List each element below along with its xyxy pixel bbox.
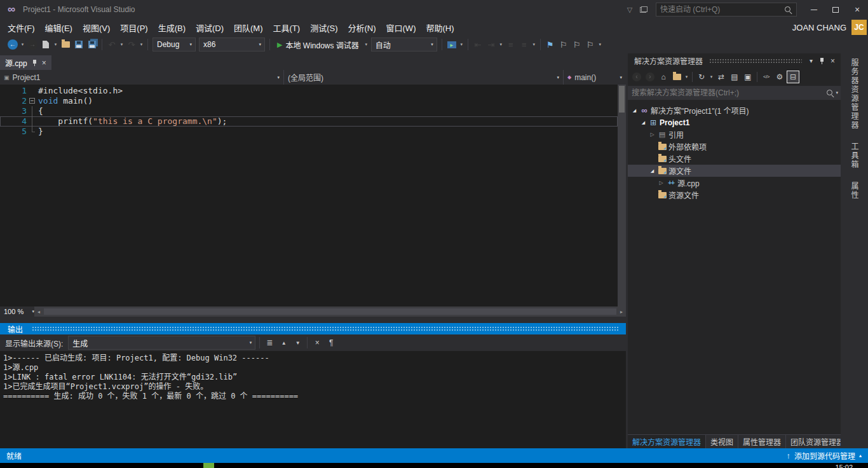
- tree-item[interactable]: 头文件: [628, 153, 841, 165]
- solution-platform-select[interactable]: x86▾: [199, 38, 265, 52]
- search-icon[interactable]: [784, 6, 792, 14]
- scroll-right-icon[interactable]: ▸: [617, 309, 626, 315]
- close-icon[interactable]: ×: [827, 55, 838, 66]
- tree-item[interactable]: ◢⊞Project1: [628, 116, 841, 128]
- show-all-files-icon[interactable]: ▤: [728, 71, 741, 83]
- toggle-bookmark-icon[interactable]: ⚑: [544, 37, 557, 52]
- menu-item[interactable]: 工具(T): [268, 20, 306, 36]
- solution-search-input[interactable]: [628, 88, 826, 97]
- comment-icon[interactable]: ≡: [505, 37, 517, 52]
- view-code-icon[interactable]: </>: [760, 71, 773, 83]
- uncomment-icon[interactable]: ≡: [518, 37, 531, 52]
- breakpoint-margin[interactable]: [0, 127, 10, 137]
- editor-horizontal-scrollbar[interactable]: ◂ ▸: [34, 306, 626, 317]
- expand-collapse-icon[interactable]: ▷: [657, 180, 665, 186]
- dropdown-caret-icon[interactable]: ▾: [20, 42, 25, 47]
- source-control-button[interactable]: ↑ 添加到源代码管理 ▴: [786, 450, 862, 461]
- code-line[interactable]: 2−void main(): [0, 96, 618, 106]
- panel-tab[interactable]: 属性管理器: [738, 435, 786, 448]
- close-button[interactable]: ×: [846, 0, 868, 19]
- tree-item[interactable]: 资源文件: [628, 189, 841, 201]
- document-tab[interactable]: 源.cpp ×: [0, 55, 51, 70]
- expand-collapse-icon[interactable]: ◢: [639, 120, 648, 125]
- tree-item[interactable]: ▷▤引用: [628, 128, 841, 141]
- quick-launch-box[interactable]: [656, 3, 797, 17]
- code-line[interactable]: 1#include<stdio.h>: [0, 86, 618, 96]
- properties-window-icon[interactable]: ▣: [742, 71, 754, 83]
- word-wrap-icon[interactable]: ¶: [324, 336, 338, 350]
- dropdown-caret-icon[interactable]: ▾: [709, 74, 714, 79]
- next-bookmark-icon[interactable]: ⚐: [571, 37, 583, 52]
- breakpoint-margin[interactable]: [0, 86, 10, 96]
- dropdown-caret-icon[interactable]: ▾: [684, 74, 689, 79]
- side-tab[interactable]: 工具箱: [849, 142, 860, 169]
- navigate-forward-icon[interactable]: ›: [644, 71, 656, 83]
- pin-icon[interactable]: [32, 59, 37, 67]
- side-tab[interactable]: 服务器资源管理器: [849, 59, 860, 130]
- breakpoint-margin[interactable]: [0, 96, 10, 106]
- goto-next-message-icon[interactable]: ▼: [290, 336, 304, 350]
- expand-collapse-icon[interactable]: ▷: [648, 132, 656, 137]
- output-panel-title[interactable]: 输出: [0, 323, 626, 334]
- menu-item[interactable]: 文件(F): [3, 20, 40, 36]
- attach-to-process-icon[interactable]: ▶: [445, 37, 458, 52]
- solution-explorer-title[interactable]: 解决方案资源管理器 ▾ ×: [628, 53, 841, 68]
- save-icon[interactable]: [72, 37, 85, 52]
- solution-configuration-select[interactable]: Debug▾: [153, 38, 196, 52]
- close-tab-icon[interactable]: ×: [42, 59, 46, 67]
- user-avatar[interactable]: JC: [851, 20, 867, 35]
- user-name[interactable]: JOAN CHANG: [792, 23, 846, 32]
- title-bar[interactable]: ∞ Project1 - Microsoft Visual Studio ▽ ─…: [0, 0, 868, 19]
- breakpoint-margin[interactable]: [0, 116, 10, 127]
- goto-previous-message-icon[interactable]: ▲: [276, 336, 290, 350]
- window-position-icon[interactable]: ▾: [806, 55, 817, 66]
- dropdown-caret-icon[interactable]: ▾: [531, 42, 537, 47]
- expand-collapse-icon[interactable]: ◢: [648, 169, 656, 174]
- scroll-left-icon[interactable]: ◂: [34, 309, 43, 315]
- navigate-forward-icon[interactable]: →: [26, 37, 39, 52]
- menu-item[interactable]: 编辑(E): [40, 20, 78, 36]
- start-debug-button[interactable]: ▶本地 Windows 调试器: [273, 39, 363, 50]
- menu-item[interactable]: 团队(M): [229, 20, 268, 36]
- menu-item[interactable]: 生成(B): [153, 20, 191, 36]
- panel-splitter[interactable]: [0, 317, 626, 323]
- dropdown-caret-icon[interactable]: ▾: [139, 42, 144, 47]
- dropdown-caret-icon[interactable]: ▾: [597, 42, 603, 47]
- project-dropdown[interactable]: ▣ Project1 ▾: [0, 70, 284, 85]
- undo-icon[interactable]: ↶: [105, 37, 118, 52]
- collapse-all-icon[interactable]: ⊟: [787, 71, 799, 83]
- search-icon[interactable]: [826, 89, 834, 97]
- sync-with-active-document-icon[interactable]: ⇄: [715, 71, 728, 83]
- indent-increase-icon[interactable]: ⇥: [485, 37, 498, 52]
- side-tab[interactable]: 属性: [849, 182, 860, 200]
- taskbar-app-indicator[interactable]: [203, 463, 214, 468]
- dropdown-caret-icon[interactable]: ▾: [363, 42, 369, 47]
- output-source-select[interactable]: 生成 ▾: [68, 336, 255, 350]
- navigate-back-icon[interactable]: ←: [6, 37, 19, 52]
- panel-tab[interactable]: 解决方案资源管理器: [628, 435, 706, 448]
- find-message-icon[interactable]: ≣: [262, 336, 276, 350]
- home-icon[interactable]: ⌂: [657, 71, 670, 83]
- tree-item[interactable]: ◢∞解决方案"Project1"(1 个项目): [628, 104, 841, 116]
- auto-hide-pin-icon[interactable]: [817, 55, 827, 66]
- dropdown-caret-icon[interactable]: ▾: [53, 42, 58, 47]
- code-editor[interactable]: 1#include<stdio.h>2−void main()3{4 print…: [0, 85, 626, 306]
- panel-tab[interactable]: 类视图: [706, 435, 738, 448]
- navigate-back-icon[interactable]: ‹: [630, 71, 643, 83]
- solution-search-box[interactable]: ▾: [628, 86, 841, 100]
- scrollbar-track[interactable]: [44, 308, 616, 315]
- dropdown-caret-icon[interactable]: ▾: [498, 42, 504, 47]
- quick-launch-input[interactable]: [656, 5, 784, 14]
- settings-icon[interactable]: ⚙: [773, 71, 786, 83]
- dropdown-caret-icon[interactable]: ▾: [119, 42, 125, 47]
- menu-item[interactable]: 帮助(H): [421, 20, 459, 36]
- window-layout-icon[interactable]: [637, 3, 651, 17]
- panel-tab[interactable]: 团队资源管理器: [786, 435, 849, 448]
- member-dropdown[interactable]: ◆ main() ▾: [564, 70, 626, 85]
- menu-item[interactable]: 调试(D): [191, 20, 229, 36]
- menu-item[interactable]: 窗口(W): [381, 20, 421, 36]
- zoom-select[interactable]: 100 % ▾: [0, 306, 34, 317]
- tree-item[interactable]: ◢源文件: [628, 165, 841, 177]
- output-text[interactable]: 1>------ 已启动生成: 项目: Project1, 配置: Debug …: [0, 351, 626, 448]
- menu-item[interactable]: 视图(V): [78, 20, 115, 36]
